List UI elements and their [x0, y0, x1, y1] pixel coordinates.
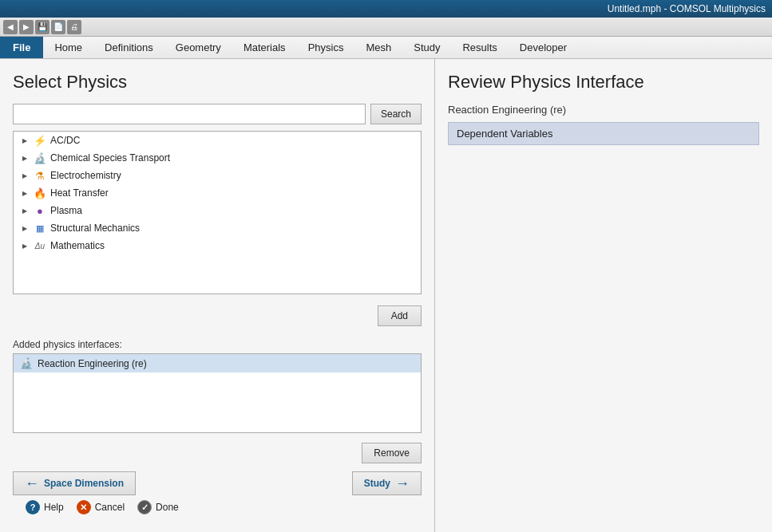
expand-plasma[interactable]: ▶ [20, 206, 30, 215]
review-title: Review Physics Interface [448, 72, 759, 93]
left-panel: Select Physics Search ▶ ⚡ AC/DC ▶ 🔬 Chem… [0, 59, 435, 532]
add-button[interactable]: Add [378, 305, 422, 326]
cancel-button[interactable]: ✕ Cancel [77, 500, 125, 514]
next-button[interactable]: Study → [352, 471, 422, 495]
physics-item-electro[interactable]: ▶ ⚗ Electrochemistry [14, 167, 421, 184]
cst-label: Chemical Species Transport [50, 152, 170, 164]
acdc-icon: ⚡ [33, 133, 47, 148]
electro-icon: ⚗ [33, 168, 47, 183]
menu-mesh[interactable]: Mesh [354, 37, 402, 58]
electro-label: Electrochemistry [50, 170, 121, 181]
back-arrow-icon: ← [25, 475, 39, 492]
toolbar-icon-4[interactable]: 📄 [51, 20, 65, 34]
menu-bar: File Home Definitions Geometry Materials… [0, 37, 772, 59]
done-label: Done [156, 502, 179, 513]
help-button[interactable]: ? Help [26, 500, 64, 514]
cancel-icon: ✕ [77, 500, 91, 514]
expand-struct[interactable]: ▶ [20, 223, 30, 233]
help-icon: ? [26, 500, 40, 514]
menu-study[interactable]: Study [402, 37, 451, 58]
heat-icon: 🔥 [33, 186, 47, 200]
menu-home[interactable]: Home [43, 37, 93, 58]
expand-acdc[interactable]: ▶ [20, 136, 30, 145]
physics-item-heat[interactable]: ▶ 🔥 Heat Transfer [14, 184, 421, 202]
toolbar: ◀ ▶ 💾 📄 🖨 [0, 18, 772, 37]
physics-item-math[interactable]: ▶ Δu Mathematics [14, 237, 421, 254]
search-button[interactable]: Search [370, 104, 422, 124]
menu-file[interactable]: File [0, 37, 43, 58]
expand-cst[interactable]: ▶ [20, 153, 30, 163]
window-title: Untitled.mph - COMSOL Multiphysics [608, 3, 766, 14]
expand-heat[interactable]: ▶ [20, 188, 30, 198]
math-label: Mathematics [50, 240, 105, 251]
menu-definitions[interactable]: Definitions [93, 37, 164, 58]
help-bar: ? Help ✕ Cancel ✓ Done [13, 495, 422, 519]
menu-developer[interactable]: Developer [509, 37, 578, 58]
remove-row: Remove [13, 438, 422, 463]
physics-item-cst[interactable]: ▶ 🔬 Chemical Species Transport [14, 149, 421, 167]
menu-results[interactable]: Results [451, 37, 508, 58]
done-icon: ✓ [137, 500, 152, 514]
search-input[interactable] [13, 104, 366, 124]
expand-electro[interactable]: ▶ [20, 171, 30, 180]
struct-label: Structural Mechanics [50, 223, 140, 234]
right-panel: Review Physics Interface Reaction Engine… [435, 59, 772, 532]
re-icon: 🔬 [20, 357, 33, 369]
added-label: Added physics interfaces: [13, 339, 422, 350]
next-arrow-icon: → [395, 475, 410, 492]
select-physics-title: Select Physics [13, 72, 422, 93]
physics-item-plasma[interactable]: ▶ ● Plasma [14, 202, 421, 219]
navigation-bar: ← Space Dimension Study → [13, 471, 422, 495]
help-label: Help [44, 502, 64, 513]
plasma-icon: ● [33, 203, 47, 218]
menu-materials[interactable]: Materials [232, 37, 297, 58]
physics-item-acdc[interactable]: ▶ ⚡ AC/DC [14, 132, 421, 149]
reaction-label: Reaction Engineering (re) [448, 104, 759, 116]
toolbar-icon-3[interactable]: 💾 [35, 20, 49, 34]
toolbar-icon-2[interactable]: ▶ [19, 20, 34, 34]
physics-list: ▶ ⚡ AC/DC ▶ 🔬 Chemical Species Transport… [13, 131, 422, 294]
main-area: Select Physics Search ▶ ⚡ AC/DC ▶ 🔬 Chem… [0, 59, 772, 532]
added-list: 🔬 Reaction Engineering (re) [13, 353, 422, 433]
struct-icon: ▦ [33, 221, 47, 235]
menu-physics[interactable]: Physics [297, 37, 355, 58]
menu-geometry[interactable]: Geometry [164, 37, 232, 58]
math-icon: Δu [33, 238, 47, 253]
re-label: Reaction Engineering (re) [38, 358, 147, 369]
back-button[interactable]: ← Space Dimension [13, 471, 136, 495]
remove-button[interactable]: Remove [362, 443, 422, 463]
acdc-label: AC/DC [50, 135, 80, 146]
title-bar: Untitled.mph - COMSOL Multiphysics [0, 0, 772, 18]
next-label: Study [364, 478, 390, 489]
cst-icon: 🔬 [33, 151, 47, 165]
cancel-label: Cancel [95, 502, 125, 513]
back-label: Space Dimension [44, 478, 124, 489]
added-section: Added physics interfaces: 🔬 Reaction Eng… [13, 339, 422, 463]
done-button[interactable]: ✓ Done [137, 500, 179, 514]
physics-item-struct[interactable]: ▶ ▦ Structural Mechanics [14, 219, 421, 237]
added-item-re[interactable]: 🔬 Reaction Engineering (re) [14, 354, 421, 372]
plasma-label: Plasma [50, 205, 82, 216]
toolbar-icon-1[interactable]: ◀ [3, 20, 18, 34]
expand-math[interactable]: ▶ [20, 241, 30, 250]
toolbar-icon-5[interactable]: 🖨 [67, 20, 81, 34]
heat-label: Heat Transfer [50, 187, 109, 199]
search-row: Search [13, 104, 422, 124]
dependent-variables-item[interactable]: Dependent Variables [448, 122, 759, 145]
